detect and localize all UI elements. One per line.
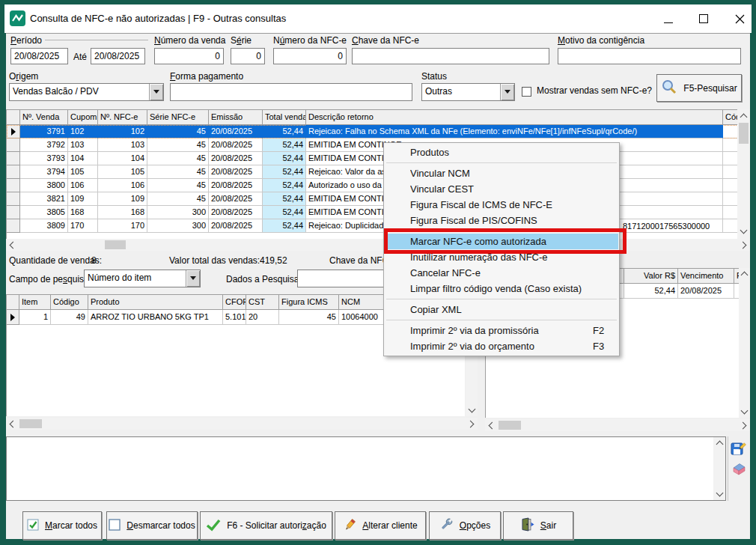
maximize-button[interactable] — [692, 9, 715, 28]
header-cod[interactable]: Cód. — [723, 110, 738, 125]
serie-input[interactable] — [231, 48, 265, 64]
campo-dropdown-button[interactable] — [186, 270, 200, 287]
cell-emissao: 20/08/2025 — [209, 206, 263, 219]
menu-item-produtos[interactable]: Produtos — [385, 144, 618, 160]
numero-nfce-input[interactable] — [273, 48, 347, 64]
header-codigo[interactable]: Código — [51, 295, 88, 310]
chave-nfce-input[interactable] — [352, 48, 549, 64]
cell-cst: 20 — [246, 310, 279, 325]
row-selector-cell — [7, 165, 20, 179]
menu-item-figura-pis-cofins[interactable]: Figura Fiscal de PIS/COFINS — [385, 213, 618, 228]
header-venda[interactable]: Nº. Venda — [20, 110, 68, 125]
header-total[interactable]: Total venda — [263, 110, 306, 125]
menu-item-figura-icms[interactable]: Figura Fiscal de ICMS de NFC-E — [385, 197, 618, 213]
table-row[interactable]: 3793 104 104 45 20/08/2025 52,44 EMITIDA… — [7, 152, 738, 165]
header-valor[interactable]: Valor R$ — [624, 269, 678, 284]
menu-item-marcar-autorizada[interactable]: Marcar NFC-e como autorizada — [385, 234, 618, 249]
menu-item-imprimir-orcamento[interactable]: Imprimir 2º via do orçamentoF3 — [385, 338, 618, 354]
header-ncm[interactable]: NCM — [339, 295, 386, 310]
header-figura-icms[interactable]: Figura ICMS — [279, 295, 339, 310]
scroll-left-icon[interactable] — [10, 421, 17, 428]
desmarcar-todos-button[interactable]: Desmarcar todos — [106, 511, 198, 540]
scroll-up-icon[interactable] — [741, 272, 749, 279]
header-item[interactable]: Item — [19, 295, 51, 310]
sales-grid-hscrollbar[interactable] — [6, 239, 750, 251]
periodo-de-input[interactable] — [10, 48, 68, 64]
alterar-cliente-button[interactable]: Alterar cliente — [335, 511, 426, 540]
menu-item-vincular-cest[interactable]: Vincular CEST — [385, 181, 618, 197]
scroll-left-icon[interactable] — [489, 422, 496, 430]
scroll-down-icon[interactable] — [469, 406, 476, 413]
header-serie[interactable]: Série NFC-e — [147, 110, 209, 125]
menu-item-inutilizar-numeracao[interactable]: Inutilizar numeração das NFC-e — [385, 249, 618, 265]
numero-venda-input[interactable] — [154, 48, 224, 64]
table-row[interactable]: 3805 168 168 300 20/08/2025 52,44 EMITID… — [7, 206, 738, 219]
scroll-left-icon[interactable] — [10, 242, 17, 249]
app-logo-icon — [10, 10, 25, 29]
items-grid-hscrollbar[interactable] — [6, 418, 478, 430]
application-window: Consulta de NFC-e não autorizadas | F9 -… — [0, 0, 756, 545]
forma-pagamento-input[interactable] — [170, 83, 412, 101]
sair-button[interactable]: Sair — [503, 511, 573, 540]
table-row[interactable]: 3821 109 109 45 20/08/2025 52,44 EMITIDA… — [7, 192, 738, 206]
marcar-todos-button[interactable]: Marcar todos — [22, 511, 102, 540]
scrollbar-thumb[interactable] — [739, 123, 749, 144]
parcelas-grid-hscrollbar[interactable] — [485, 419, 750, 431]
menu-item-vincular-ncm[interactable]: Vincular NCM — [385, 165, 618, 181]
mostrar-sem-nfce-checkbox[interactable] — [522, 87, 531, 97]
cell-nfce: 102 — [98, 125, 147, 138]
periodo-label: Período — [10, 35, 42, 46]
scroll-right-icon[interactable] — [740, 242, 747, 249]
header-emissao[interactable]: Emissão — [209, 110, 263, 125]
header-produto[interactable]: Produto — [88, 295, 223, 310]
header-cupom[interactable]: Cupom — [68, 110, 98, 125]
menu-item-cancelar-nfce[interactable]: Cancelar NFC-e — [385, 265, 618, 281]
table-row[interactable]: 3800 106 106 45 20/08/2025 52,44 Autoriz… — [7, 179, 738, 192]
close-button[interactable] — [728, 9, 751, 28]
header-vencimento[interactable]: Vencimento — [678, 269, 734, 284]
parcelas-grid-vscrollbar[interactable] — [739, 268, 750, 418]
minimize-button[interactable] — [657, 9, 680, 28]
memo-vscrollbar[interactable] — [713, 437, 725, 500]
motivo-contingencia-input[interactable] — [558, 48, 741, 64]
table-row[interactable]: 3794 105 105 45 20/08/2025 52,44 Rejeica… — [7, 165, 738, 179]
scroll-right-icon[interactable] — [740, 422, 747, 430]
scrollbar-thumb[interactable] — [19, 419, 42, 428]
origem-select[interactable]: Vendas Balcão / PDV — [9, 83, 164, 101]
header-descricao[interactable]: Descrição retorno — [306, 110, 723, 125]
scroll-down-icon[interactable] — [741, 407, 749, 415]
campo-pesquisa-select[interactable]: Número do item — [84, 270, 201, 287]
mostrar-sem-nfce-label[interactable]: Mostrar vendas sem NFC-e? — [537, 85, 652, 96]
menu-item-imprimir-promissoria[interactable]: Imprimir 2º via da promissóriaF2 — [385, 323, 618, 338]
header-cst[interactable]: CST — [246, 295, 279, 310]
origem-dropdown-button[interactable] — [149, 84, 163, 100]
header-nfce[interactable]: Nº. NFC-e — [98, 110, 147, 125]
cell-vencimento: 20/08/2025 — [678, 284, 734, 299]
cell-emissao: 20/08/2025 — [209, 138, 263, 152]
scroll-down-icon[interactable] — [740, 227, 748, 234]
message-memo[interactable] — [6, 436, 726, 501]
f5-pesquisar-button[interactable]: F5-Pesquisar — [656, 74, 742, 102]
header-cfop[interactable]: CFOP — [223, 295, 246, 310]
scroll-right-icon[interactable] — [467, 421, 475, 428]
table-row-selected[interactable]: 3791 102 102 45 20/08/2025 52,44 Rejeica… — [7, 125, 738, 138]
periodo-ate-input[interactable] — [91, 48, 145, 64]
menu-item-copiar-xml[interactable]: Copiar XML — [385, 302, 618, 317]
table-row[interactable]: 3792 103 103 45 20/08/2025 52,44 EMITIDA… — [7, 138, 738, 152]
scroll-up-icon[interactable] — [716, 441, 724, 448]
menu-item-limpar-filtro[interactable]: Limpar filtro código venda (Caso exista) — [385, 281, 618, 296]
chevron-down-icon — [153, 90, 159, 97]
scroll-up-icon[interactable] — [740, 114, 748, 121]
erase-button[interactable] — [731, 463, 747, 478]
scrollbar-thumb[interactable] — [499, 421, 521, 430]
scroll-down-icon[interactable] — [716, 490, 724, 497]
opcoes-button[interactable]: Opções — [429, 511, 501, 540]
scrollbar-thumb[interactable] — [105, 240, 126, 249]
status-select[interactable]: Outras — [421, 83, 515, 101]
status-dropdown-button[interactable] — [500, 84, 514, 100]
serie-label: Série — [231, 35, 252, 46]
f6-solicitar-autorizacao-button[interactable]: F6 - Solicitar autorização — [200, 511, 332, 540]
table-row[interactable]: 3809 170 170 300 20/08/2025 52,44 Rejeic… — [7, 219, 738, 233]
sales-grid-vscrollbar[interactable] — [737, 109, 750, 239]
save-xml-button[interactable] — [731, 441, 747, 459]
